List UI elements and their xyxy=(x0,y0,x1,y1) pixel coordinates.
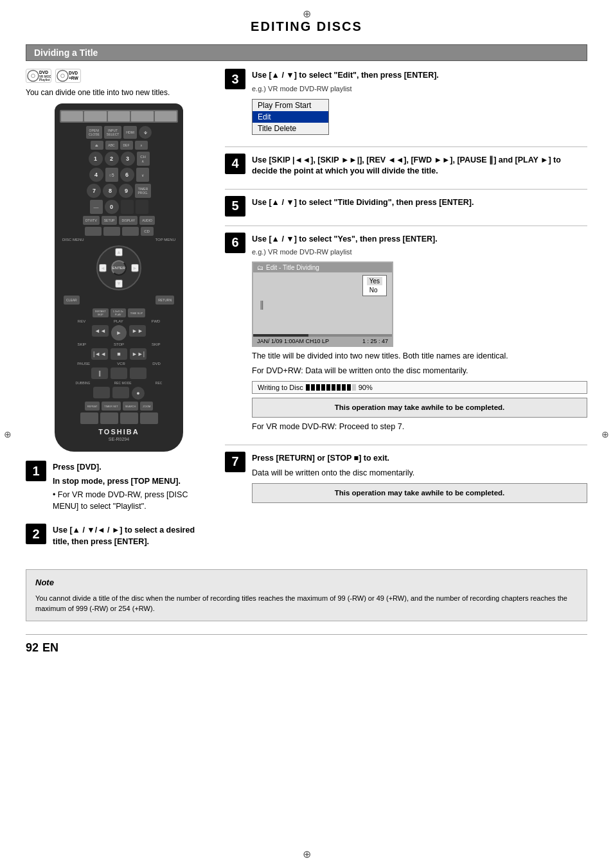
remote-row-instant: INSTANTSKIP 1.3x/0.5xPLAY TIME SLIP xyxy=(60,308,178,317)
num-5-btn[interactable]: ○5 xyxy=(105,168,118,182)
num-2-btn[interactable]: 2 xyxy=(105,152,119,166)
remote-row-dtv: DTV/TV SETUP DISPLAY AUDIO xyxy=(60,216,178,225)
yes-item[interactable]: Yes xyxy=(367,277,382,285)
dpad-up-btn[interactable]: ▲ xyxy=(115,248,123,256)
page-number: 92 xyxy=(26,641,39,655)
menu-item-edit[interactable]: Edit xyxy=(253,111,328,123)
seg-10 xyxy=(352,384,356,391)
up-btn-small[interactable]: ∧ xyxy=(135,141,148,150)
time-slip-btn[interactable]: TIME SLIP xyxy=(128,308,145,317)
skip-fwd-btn[interactable]: ►►| xyxy=(130,348,147,360)
page-container: ⊕ ⊕ ⊕ ⊕ EDITING DISCS Dividing a Title D… xyxy=(0,0,613,868)
skip-back-btn[interactable]: |◄◄ xyxy=(91,348,108,360)
num-0-btn[interactable]: 0 xyxy=(105,200,119,214)
repeat-btn[interactable]: REPEAT xyxy=(85,402,100,411)
blank-btn[interactable] xyxy=(121,200,134,214)
writing-label: Writing to Disc xyxy=(258,384,303,391)
def-btn[interactable]: DEF xyxy=(120,141,133,150)
num-3-btn[interactable]: 3 xyxy=(121,152,135,166)
audio-btn[interactable]: AUDIO xyxy=(139,216,155,225)
hdmi-btn[interactable]: HDMI xyxy=(123,126,137,139)
bottom-btn-2[interactable] xyxy=(100,412,118,424)
dpad-enter-btn[interactable]: ENTER xyxy=(111,260,127,276)
step-7-content: Press [RETURN] or [STOP ■] to exit. Data… xyxy=(252,452,587,507)
video-counter: 1 : 25 : 47 xyxy=(362,338,388,344)
cd-btn[interactable]: CD xyxy=(141,227,154,236)
num-1-btn[interactable]: 1 xyxy=(89,152,103,166)
dvd-select-btn[interactable] xyxy=(130,368,147,379)
video-body: Yes No ‖ xyxy=(253,272,392,337)
menu-item-play-from-start[interactable]: Play From Start xyxy=(253,100,328,111)
search-btn[interactable]: SEARCH xyxy=(123,402,139,411)
seg-2 xyxy=(311,384,315,391)
vcr-select-btn[interactable] xyxy=(111,368,127,379)
vcr-label: VCR xyxy=(117,362,125,366)
open-close-btn[interactable]: OPEN/CLOSE xyxy=(86,126,102,139)
input-select-btn[interactable]: INPUTSELECT xyxy=(104,126,121,139)
stop-btn[interactable]: ■ xyxy=(111,348,127,360)
num-9-btn[interactable]: 9 xyxy=(119,184,133,198)
ch-btn[interactable]: CH∧ xyxy=(137,152,150,166)
disc-menu-label: DISC MENU xyxy=(62,238,84,242)
bottom-btn-3[interactable] xyxy=(120,412,138,424)
num-7-btn[interactable]: 7 xyxy=(87,184,101,198)
remote-control: OPEN/CLOSE INPUTSELECT HDMI ⏻ ⏏ ABC DEF … xyxy=(55,103,183,452)
writing-to-disc-box: Writing to Disc xyxy=(252,381,587,394)
power-btn[interactable]: ⏻ xyxy=(139,126,152,139)
num-6-btn[interactable]: 6 xyxy=(120,168,134,182)
remote-row-1: OPEN/CLOSE INPUTSELECT HDMI ⏻ xyxy=(60,126,178,139)
wide-2-btn[interactable] xyxy=(103,227,120,236)
menu-item-title-delete[interactable]: Title Delete xyxy=(253,123,328,134)
timer-prog-btn[interactable]: TIMERPROG. xyxy=(135,184,150,198)
rev-btn[interactable]: ◄◄ xyxy=(92,325,109,337)
zoom-btn[interactable]: ZOOM xyxy=(140,402,153,411)
clear-btn[interactable]: CLEAR xyxy=(64,296,80,305)
slow-play-btn[interactable]: 1.3x/0.5xPLAY xyxy=(111,308,126,317)
pause-btn[interactable]: ‖ xyxy=(91,368,108,379)
step-2-number: 2 xyxy=(26,524,46,544)
rec-mode-btn[interactable] xyxy=(112,387,129,398)
abc-btn[interactable]: ABC xyxy=(105,141,118,150)
remote-display xyxy=(60,110,178,123)
dpad: ▲ ▼ ◄ ► ENTER xyxy=(96,245,141,290)
dpad-down-btn[interactable]: ▼ xyxy=(115,279,123,288)
svg-point-6 xyxy=(61,74,65,78)
bottom-btn-4[interactable] xyxy=(140,412,158,424)
play-btn[interactable]: ► xyxy=(111,325,127,341)
fwd-btn[interactable]: ►► xyxy=(129,325,146,337)
rev-label: REV xyxy=(78,319,85,323)
folder-icon: 🗂 xyxy=(257,264,263,271)
ch-down-btn[interactable]: ∨ xyxy=(136,168,149,182)
display-btn[interactable]: DISPLAY xyxy=(119,216,138,225)
setup-btn[interactable]: SETUP xyxy=(102,216,118,225)
dpad-left-btn[interactable]: ◄ xyxy=(99,264,107,272)
step-2-content: Use [▲ / ▼/◄ / ►] to select a desired ti… xyxy=(53,524,212,550)
remote-row-ghi: 4 ○5 6 ∨ xyxy=(60,168,178,182)
bottom-btn-1[interactable] xyxy=(80,412,98,424)
rec-btn[interactable]: ● xyxy=(132,387,145,400)
num-4-btn[interactable]: 4 xyxy=(89,168,103,182)
return-btn[interactable]: RETURN xyxy=(155,296,174,305)
timer-set-btn[interactable]: TIMER SET xyxy=(102,402,120,411)
video-timestamp: JAN/ 1/09 1:00AM CH10 LP xyxy=(257,338,329,344)
display-cell-1 xyxy=(61,111,83,121)
disc-btn[interactable]: ⏏ xyxy=(91,141,103,150)
video-title-text: Edit - Title Dividing xyxy=(266,264,319,271)
dubbing-btn[interactable] xyxy=(93,387,110,398)
dtv-tv-btn[interactable]: DTV/TV xyxy=(83,216,100,225)
dash-btn[interactable]: — xyxy=(90,200,103,214)
dvd-logo-vr: DVD VR MODE Playlist xyxy=(26,69,51,83)
skip-left-label: SKIP xyxy=(77,342,86,346)
content-wrapper: DVD VR MODE Playlist DVD +RW You can div… xyxy=(26,69,587,559)
yes-no-overlay: Yes No xyxy=(362,275,387,296)
remote-num-row-1: 1 2 3 CH∧ xyxy=(60,152,178,166)
seg-8 xyxy=(342,384,346,391)
blank-btn-2[interactable] xyxy=(136,200,148,214)
no-item[interactable]: No xyxy=(367,286,382,294)
dpad-right-btn[interactable]: ► xyxy=(131,264,139,272)
wide-3-btn[interactable] xyxy=(122,227,139,236)
step-6: 6 Use [▲ / ▼] to select "Yes", then pres… xyxy=(225,233,587,436)
instant-skip-btn[interactable]: INSTANTSKIP xyxy=(93,308,109,317)
wide-1-btn[interactable] xyxy=(85,227,102,236)
num-8-btn[interactable]: 8 xyxy=(103,184,117,198)
